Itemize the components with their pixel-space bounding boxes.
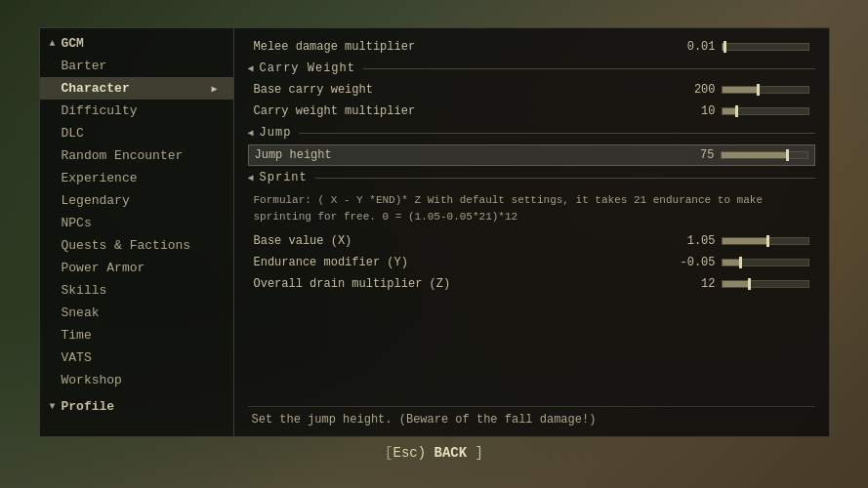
sidebar-section-profile-label: Profile xyxy=(62,399,115,414)
sidebar-section-gcm-label: GCM xyxy=(62,36,84,51)
jump-height-slider[interactable] xyxy=(721,151,808,159)
end-modifier-slider[interactable] xyxy=(722,259,809,266)
jump-height-value: 75 xyxy=(666,148,715,162)
sidebar-item-sneak[interactable]: Sneak xyxy=(40,302,233,324)
sidebar-item-character[interactable]: Character xyxy=(40,77,233,100)
sprint-formula: Formular: ( X - Y *END)* Z With default … xyxy=(248,188,815,230)
sidebar: ▲ GCM Barter Character Difficulty DLC Ra… xyxy=(39,27,234,437)
setting-row-end-modifier[interactable]: Endurance modifier (Y) -0.05 xyxy=(248,253,815,272)
sidebar-item-legendary[interactable]: Legendary xyxy=(40,189,233,212)
sidebar-section-gcm[interactable]: ▲ GCM xyxy=(40,32,233,55)
base-value-val: 1.05 xyxy=(667,234,716,248)
sidebar-item-barter[interactable]: Barter xyxy=(40,55,233,77)
end-modifier-label: Endurance modifier (Y) xyxy=(254,256,667,269)
setting-row-base-value[interactable]: Base value (X) 1.05 xyxy=(248,231,815,251)
sidebar-section-profile[interactable]: ▼ Profile xyxy=(40,395,233,418)
gcm-arrow-icon: ▲ xyxy=(50,38,56,49)
sidebar-item-difficulty[interactable]: Difficulty xyxy=(40,100,233,122)
carry-mult-value: 10 xyxy=(667,104,716,118)
setting-row-drain-mult[interactable]: Overall drain multiplier (Z) 12 xyxy=(248,274,815,294)
sidebar-item-vats[interactable]: VATS xyxy=(40,346,233,369)
sprint-section: ◀ Sprint xyxy=(248,171,815,184)
jump-arrow-icon: ◀ xyxy=(248,127,254,139)
base-carry-value: 200 xyxy=(667,83,716,97)
jump-section: ◀ Jump xyxy=(248,126,815,140)
sidebar-item-workshop[interactable]: Workshop xyxy=(40,369,233,391)
bracket-close: ] xyxy=(475,445,483,461)
esc-label: Esc) xyxy=(393,445,426,461)
base-value-slider[interactable] xyxy=(722,237,809,245)
sprint-divider xyxy=(315,178,815,179)
base-value-label: Base value (X) xyxy=(254,234,667,248)
setting-row-jump-height[interactable]: Jump height 75 xyxy=(248,144,815,166)
end-modifier-val: -0.05 xyxy=(667,256,716,269)
description-bar: Set the jump height. (Beware of the fall… xyxy=(248,406,815,428)
sidebar-item-npcs[interactable]: NPCs xyxy=(40,212,233,234)
drain-mult-slider[interactable] xyxy=(722,280,809,288)
sidebar-item-power-armor[interactable]: Power Armor xyxy=(40,257,233,279)
melee-label: Melee damage multiplier xyxy=(254,40,667,54)
description-text: Set the jump height. (Beware of the fall… xyxy=(252,413,597,427)
sidebar-item-dlc[interactable]: DLC xyxy=(40,122,233,144)
carry-weight-title: Carry Weight xyxy=(260,61,355,75)
jump-divider xyxy=(299,133,814,134)
jump-height-label: Jump height xyxy=(255,148,666,162)
sidebar-item-time[interactable]: Time xyxy=(40,324,233,346)
base-carry-label: Base carry weight xyxy=(254,83,667,97)
setting-row-carry-mult[interactable]: Carry weight multiplier 10 xyxy=(248,102,815,121)
carry-weight-section: ◀ Carry Weight xyxy=(248,61,815,75)
setting-row-melee[interactable]: Melee damage multiplier 0.01 xyxy=(248,37,815,57)
base-carry-slider[interactable] xyxy=(722,86,809,94)
carry-mult-slider[interactable] xyxy=(722,107,809,115)
melee-value: 0.01 xyxy=(667,40,716,54)
setting-row-base-carry[interactable]: Base carry weight 200 xyxy=(248,80,815,100)
carry-weight-arrow-icon: ◀ xyxy=(248,62,254,74)
sprint-title: Sprint xyxy=(260,171,308,184)
carry-mult-label: Carry weight multiplier xyxy=(254,104,667,118)
content-panel: Melee damage multiplier 0.01 ◀ Carry Wei… xyxy=(234,27,830,437)
back-label: BACK xyxy=(434,445,468,461)
carry-weight-divider xyxy=(363,68,815,69)
sprint-arrow-icon: ◀ xyxy=(248,172,254,183)
drain-mult-label: Overall drain multiplier (Z) xyxy=(254,277,667,291)
sidebar-item-random-encounter[interactable]: Random Encounter xyxy=(40,144,233,167)
bottom-bar: [Esc) BACK ] xyxy=(39,437,830,461)
melee-slider[interactable] xyxy=(722,43,809,51)
sidebar-item-quests-factions[interactable]: Quests & Factions xyxy=(40,234,233,257)
sidebar-item-skills[interactable]: Skills xyxy=(40,279,233,302)
drain-mult-val: 12 xyxy=(667,277,716,291)
jump-title: Jump xyxy=(260,126,292,140)
profile-arrow-icon: ▼ xyxy=(50,401,56,412)
sidebar-item-experience[interactable]: Experience xyxy=(40,167,233,189)
esc-key[interactable]: [Esc) xyxy=(385,445,434,461)
